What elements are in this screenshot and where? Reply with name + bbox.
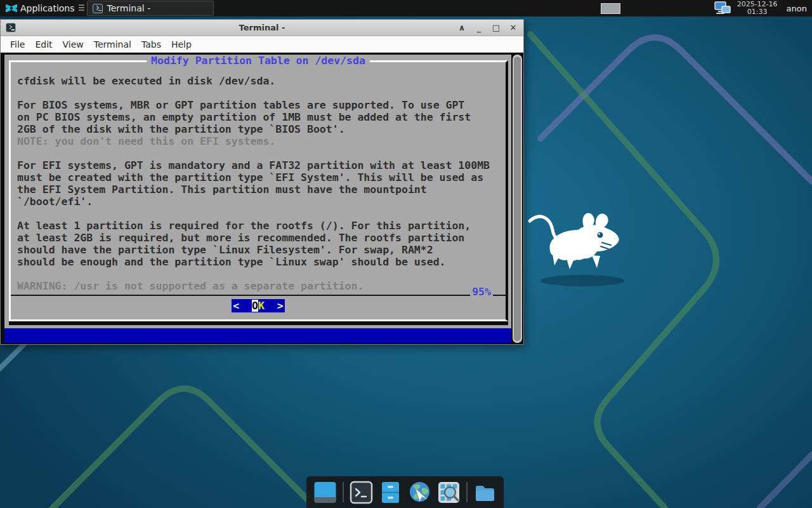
window-title: Terminal -	[1, 23, 523, 32]
dialog-text-line: For EFI systems, GPT is mandatory and a …	[17, 159, 501, 171]
menu-bar: File Edit View Terminal Tabs Help	[1, 36, 523, 53]
panel-handle-icon	[79, 4, 84, 12]
terminal-icon	[93, 4, 103, 13]
ok-button-suffix: >	[265, 300, 284, 312]
dialog-text-line	[17, 208, 501, 220]
menu-view[interactable]: View	[58, 37, 89, 51]
maximize-icon[interactable]: □	[491, 23, 501, 33]
taskbar-label: Terminal -	[107, 3, 151, 13]
app-finder-icon	[437, 481, 461, 504]
dialog-text-line	[17, 147, 501, 159]
wallpaper-green-curve	[530, 34, 716, 508]
minimize-icon[interactable]: _	[474, 23, 484, 33]
menu-file[interactable]: File	[5, 37, 30, 51]
taskbar-button-terminal[interactable]: Terminal -	[87, 1, 214, 16]
dock-item-app-finder[interactable]	[437, 481, 461, 504]
ok-button-cursor: O	[252, 300, 258, 312]
dialog-backdrop: Modify Partition Table on /dev/sda cfdis…	[4, 55, 511, 328]
ncurses-bottom-row	[4, 328, 511, 343]
ok-button-label: K	[258, 300, 265, 312]
dialog-text-line: For BIOS systems, MBR or GPT partition t…	[17, 99, 501, 111]
ncurses-screen: Modify Partition Table on /dev/sda cfdis…	[4, 55, 511, 343]
top-panel: Applications Terminal - 2025-12-16 01:33…	[0, 0, 812, 17]
clock-time: 01:33	[737, 8, 778, 16]
xfce-mouse-logo	[530, 213, 624, 286]
display-icon[interactable]	[714, 1, 731, 15]
window-icon-terminal[interactable]	[6, 23, 16, 32]
partition-dialog: Modify Partition Table on /dev/sda cfdis…	[9, 60, 508, 321]
menu-edit[interactable]: Edit	[30, 37, 57, 51]
dialog-text-line: the EFI System Partition. This partition…	[17, 184, 501, 196]
dialog-button-row: < OK >	[11, 296, 506, 316]
username-label: anon	[787, 4, 807, 13]
ok-button-prefix: <	[233, 300, 252, 312]
web-browser-globe-icon	[408, 481, 431, 504]
show-desktop-icon	[313, 481, 337, 504]
folder-icon	[473, 481, 497, 504]
dialog-text-line: NOTE: you don't need this on EFI systems…	[17, 135, 501, 147]
menu-tabs[interactable]: Tabs	[136, 37, 166, 51]
menu-help[interactable]: Help	[166, 37, 197, 51]
dock-separator	[343, 482, 344, 502]
applications-menu-button[interactable]: Applications	[3, 1, 78, 16]
dock-terminal-icon	[350, 481, 373, 504]
shade-icon[interactable]: ∧	[457, 23, 467, 33]
wallpaper-purple-curve	[540, 37, 812, 182]
dialog-text: cfdisk will be executed in disk /dev/sda…	[11, 62, 506, 292]
dialog-text-line: WARNING: /usr is not supported as a sepa…	[17, 280, 501, 292]
dialog-text-line: at least 2GB is required, but more is re…	[17, 232, 501, 244]
dock-separator	[466, 482, 468, 502]
terminal-window: Terminal - ∧ _ □ ✕ File Edit View Termin…	[0, 19, 524, 345]
dialog-text-line: on PC BIOS systems, an empty partition o…	[17, 111, 501, 123]
dock-item-file-folder[interactable]	[473, 481, 497, 504]
close-icon[interactable]: ✕	[508, 23, 518, 33]
dock-item-file-manager[interactable]	[379, 481, 402, 504]
dialog-text-line: cfdisk will be executed in disk /dev/sda…	[17, 75, 501, 87]
workspace-pager[interactable]	[601, 3, 620, 14]
xfce-logo-icon	[6, 3, 17, 13]
terminal-scrollbar[interactable]	[513, 55, 522, 343]
ok-button[interactable]: < OK >	[232, 299, 285, 312]
dialog-text-line: should have the partition type `Linux Fi…	[17, 244, 501, 256]
scrollbar-thumb[interactable]	[514, 57, 521, 341]
dock-item-web-browser[interactable]	[408, 481, 431, 504]
dialog-text-line	[17, 87, 501, 99]
dock-item-terminal[interactable]	[350, 481, 373, 504]
file-cabinet-icon	[379, 481, 402, 504]
dialog-text-line: should be enough and the partition type …	[17, 256, 501, 268]
terminal-viewport: Modify Partition Table on /dev/sda cfdis…	[1, 53, 523, 344]
dialog-text-line: 2GB of the disk with the partition type …	[17, 123, 501, 135]
scroll-percentage: 95%	[470, 286, 493, 298]
dock-item-show-desktop[interactable]	[313, 481, 337, 504]
wallpaper-green-curve-2	[0, 389, 316, 508]
dialog-title: Modify Partition Table on /dev/sda	[147, 55, 370, 67]
dialog-text-line	[17, 268, 501, 280]
dialog-text-line: must be created with the partition type …	[17, 171, 501, 184]
dialog-text-line: At least 1 partition is required for the…	[17, 220, 501, 232]
window-titlebar[interactable]: Terminal - ∧ _ □ ✕	[1, 20, 523, 36]
applications-label: Applications	[20, 3, 75, 13]
menu-terminal[interactable]: Terminal	[89, 37, 136, 51]
bottom-dock	[306, 476, 504, 508]
dialog-text-line: `/boot/efi'.	[17, 196, 501, 208]
panel-clock[interactable]: 2025-12-16 01:33	[737, 1, 778, 16]
